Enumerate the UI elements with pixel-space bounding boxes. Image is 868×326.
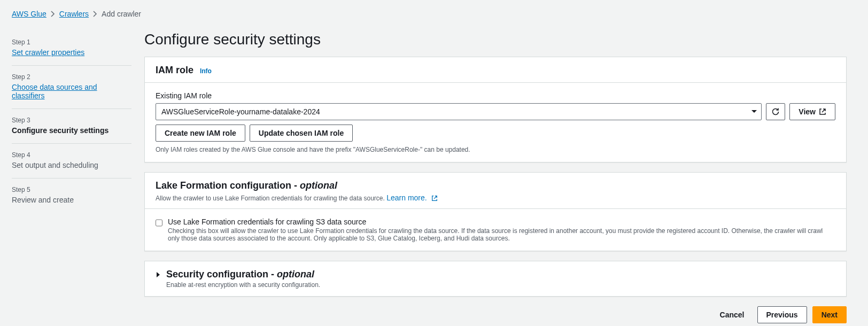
refresh-button[interactable] (766, 103, 785, 120)
refresh-icon (771, 107, 780, 116)
external-link-icon (431, 195, 438, 201)
wizard-step-1[interactable]: Step 1 Set crawler properties (12, 31, 131, 65)
external-link-icon (819, 108, 826, 115)
breadcrumb-crawlers[interactable]: Crawlers (59, 10, 89, 18)
create-new-iam-role-button[interactable]: Create new IAM role (156, 125, 245, 142)
wizard-footer: Cancel Previous Next (144, 306, 847, 323)
wizard-steps-sidebar: Step 1 Set crawler properties Step 2 Cho… (12, 31, 144, 213)
existing-iam-role-label: Existing IAM role (156, 91, 835, 100)
next-button[interactable]: Next (812, 306, 847, 323)
wizard-step-5: Step 5 Review and create (12, 178, 131, 213)
security-configuration-panel: Security configuration - optional Enable… (144, 261, 847, 297)
iam-info-link[interactable]: Info (200, 67, 212, 75)
caret-right-icon (156, 271, 161, 278)
cancel-button[interactable]: Cancel (712, 306, 752, 323)
wizard-step-3: Step 3 Configure security settings (12, 108, 131, 143)
lake-formation-heading: Lake Formation configuration - optional (156, 180, 337, 191)
wizard-step-2[interactable]: Step 2 Choose data sources and classifie… (12, 65, 131, 108)
view-iam-role-button[interactable]: View (789, 103, 835, 120)
lake-formation-description: Allow the crawler to use Lake Formation … (156, 195, 385, 202)
security-configuration-toggle[interactable]: Security configuration - optional Enable… (145, 261, 846, 296)
update-chosen-iam-role-button[interactable]: Update chosen IAM role (250, 125, 353, 142)
chevron-right-icon (93, 11, 97, 17)
iam-role-heading: IAM role (156, 65, 193, 75)
use-lake-formation-label: Use Lake Formation credentials for crawl… (168, 218, 835, 226)
breadcrumb-aws-glue[interactable]: AWS Glue (12, 10, 46, 18)
lake-formation-learn-more-link[interactable]: Learn more. (386, 193, 437, 202)
lake-formation-panel: Lake Formation configuration - optional … (144, 172, 847, 251)
use-lake-formation-helper: Checking this box will allow the crawler… (168, 227, 835, 242)
previous-button[interactable]: Previous (757, 306, 807, 323)
iam-role-selected-value: AWSGlueServiceRole-yourname-datalake-202… (161, 107, 320, 116)
wizard-step-4: Step 4 Set output and scheduling (12, 143, 131, 178)
chevron-right-icon (51, 11, 55, 17)
page-title: Configure security settings (144, 31, 847, 48)
breadcrumb: AWS Glue Crawlers Add crawler (12, 10, 847, 18)
breadcrumb-current: Add crawler (102, 10, 141, 18)
caret-down-icon (751, 110, 757, 114)
iam-role-select[interactable]: AWSGlueServiceRole-yourname-datalake-202… (156, 103, 762, 120)
iam-role-panel: IAM role Info Existing IAM role AWSGlueS… (144, 57, 847, 162)
security-configuration-desc: Enable at-rest encryption with a securit… (166, 281, 320, 289)
use-lake-formation-checkbox[interactable] (156, 219, 162, 227)
iam-helper-text: Only IAM roles created by the AWS Glue c… (156, 146, 835, 153)
